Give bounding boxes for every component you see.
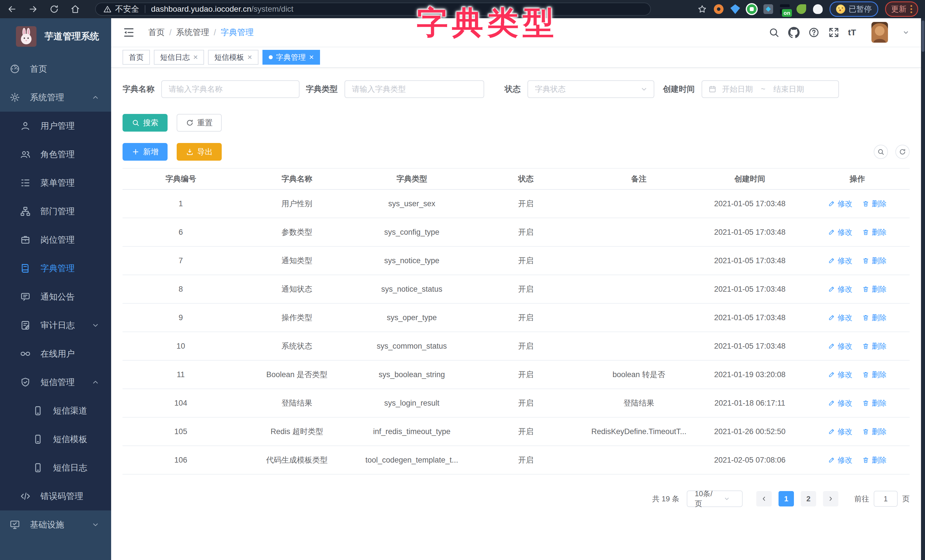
cell-type[interactable]: sys_config_type (355, 218, 469, 246)
extension-icon[interactable] (747, 4, 756, 14)
sidebar-item-10[interactable]: 在线用户 (0, 340, 111, 368)
sidebar-item-15[interactable]: 错误码管理 (0, 482, 111, 510)
tab-3[interactable]: 字典管理× (262, 50, 320, 65)
goto-page-input[interactable] (874, 491, 898, 507)
font-size-icon[interactable]: tT (848, 28, 856, 37)
cell-type[interactable]: sys_notice_type (355, 246, 469, 275)
breadcrumb-item-0[interactable]: 首页 (148, 27, 165, 38)
fullscreen-icon[interactable] (828, 27, 839, 38)
sidebar-item-1[interactable]: 系统管理 (0, 83, 111, 111)
next-page-button[interactable] (823, 491, 838, 506)
tab-0[interactable]: 首页 (122, 50, 150, 65)
url-path[interactable]: /system/dict (252, 5, 294, 14)
sidebar-item-16[interactable]: 基础设施 (0, 510, 111, 539)
delete-link[interactable]: 删除 (862, 227, 887, 237)
user-avatar[interactable] (871, 22, 888, 43)
page-button-1[interactable]: 1 (779, 491, 794, 506)
cell-type[interactable]: sys_common_status (355, 332, 469, 360)
reload-icon[interactable] (49, 4, 59, 14)
search-button[interactable]: 搜索 (122, 114, 167, 132)
sidebar-item-13[interactable]: 短信模板 (0, 425, 111, 453)
delete-link[interactable]: 删除 (862, 284, 887, 294)
sidebar-item-11[interactable]: 短信管理 (0, 368, 111, 396)
hamburger-icon[interactable] (122, 26, 135, 39)
search-icon[interactable] (768, 27, 780, 38)
paused-badge[interactable]: 已暂停 (830, 2, 878, 17)
tab-1[interactable]: 短信日志× (154, 50, 204, 65)
delete-link[interactable]: 删除 (862, 455, 887, 465)
cell-type[interactable]: sys_login_result (355, 389, 469, 417)
edit-link[interactable]: 修改 (828, 341, 852, 351)
app-logo-row[interactable]: 芋道管理系统 (0, 18, 111, 55)
edit-link[interactable]: 修改 (828, 370, 852, 380)
close-icon[interactable]: × (193, 53, 198, 61)
github-icon[interactable] (788, 27, 800, 38)
kebab-menu-icon[interactable] (910, 5, 912, 13)
close-icon[interactable]: × (309, 53, 314, 61)
sidebar-item-0[interactable]: 首页 (0, 55, 111, 83)
edit-link[interactable]: 修改 (828, 398, 852, 408)
extension-icon[interactable] (813, 4, 823, 14)
cell-type[interactable]: sys_notice_status (355, 275, 469, 303)
sidebar-item-7[interactable]: 字典管理 (0, 254, 111, 283)
edit-link[interactable]: 修改 (828, 313, 852, 323)
chevron-down-icon[interactable] (902, 29, 910, 36)
delete-link[interactable]: 删除 (862, 199, 887, 209)
breadcrumb-item-2[interactable]: 字典管理 (221, 27, 254, 38)
security-label[interactable]: 不安全 (115, 4, 139, 15)
browser-scrollbar[interactable] (921, 18, 925, 560)
page-size-select[interactable]: 10条/页 (687, 491, 743, 507)
edit-link[interactable]: 修改 (828, 427, 852, 437)
sidebar-item-4[interactable]: 菜单管理 (0, 169, 111, 197)
extension-icon[interactable]: on (780, 4, 789, 14)
date-range-picker[interactable]: 开始日期 ~ 结束日期 (702, 80, 839, 98)
cell-type[interactable]: tool_codegen_template_t... (355, 446, 469, 474)
tab-2[interactable]: 短信模板× (208, 50, 258, 65)
delete-link[interactable]: 删除 (862, 398, 887, 408)
cell-type[interactable]: sys_boolean_string (355, 360, 469, 389)
extension-icon[interactable] (797, 4, 806, 14)
delete-link[interactable]: 删除 (862, 341, 887, 351)
delete-link[interactable]: 删除 (862, 370, 887, 380)
page-button-2[interactable]: 2 (801, 491, 816, 506)
scrollbar-thumb[interactable] (922, 21, 924, 52)
refresh-table-button[interactable] (895, 145, 910, 159)
cell-type[interactable]: sys_user_sex (355, 190, 469, 218)
back-icon[interactable] (7, 4, 17, 14)
url-domain[interactable]: dashboard.yudao.iocoder.cn (151, 5, 252, 14)
toggle-search-button[interactable] (874, 145, 888, 159)
edit-link[interactable]: 修改 (828, 227, 852, 237)
extension-icon[interactable] (764, 4, 773, 14)
add-button[interactable]: 新增 (122, 143, 167, 161)
delete-link[interactable]: 删除 (862, 313, 887, 323)
export-button[interactable]: 导出 (177, 143, 222, 161)
edit-link[interactable]: 修改 (828, 199, 852, 209)
cell-type[interactable]: inf_redis_timeout_type (355, 417, 469, 446)
address-bar[interactable]: 不安全 dashboard.yudao.iocoder.cn /system/d… (95, 3, 651, 16)
update-button[interactable]: 更新 (885, 2, 918, 17)
sidebar-item-3[interactable]: 角色管理 (0, 140, 111, 169)
extension-icon[interactable] (714, 4, 723, 14)
sidebar-item-6[interactable]: 岗位管理 (0, 226, 111, 254)
prev-page-button[interactable] (756, 491, 772, 506)
sidebar-item-14[interactable]: 短信日志 (0, 453, 111, 482)
sidebar-item-8[interactable]: 通知公告 (0, 283, 111, 311)
delete-link[interactable]: 删除 (862, 256, 887, 266)
dict-name-input[interactable] (161, 80, 300, 98)
edit-link[interactable]: 修改 (828, 284, 852, 294)
close-icon[interactable]: × (247, 53, 252, 61)
forward-icon[interactable] (28, 4, 38, 14)
status-select[interactable]: 字典状态 (527, 80, 654, 98)
cell-type[interactable]: sys_oper_type (355, 303, 469, 332)
sidebar-item-12[interactable]: 短信渠道 (0, 396, 111, 425)
dict-type-input[interactable] (345, 80, 484, 98)
extension-icon[interactable] (731, 4, 740, 14)
sidebar-item-5[interactable]: 部门管理 (0, 197, 111, 226)
breadcrumb-item-1[interactable]: 系统管理 (176, 27, 209, 38)
reset-button[interactable]: 重置 (177, 114, 222, 132)
delete-link[interactable]: 删除 (862, 427, 887, 437)
edit-link[interactable]: 修改 (828, 256, 852, 266)
home-icon[interactable] (70, 4, 80, 14)
edit-link[interactable]: 修改 (828, 455, 852, 465)
sidebar-item-2[interactable]: 用户管理 (0, 111, 111, 140)
